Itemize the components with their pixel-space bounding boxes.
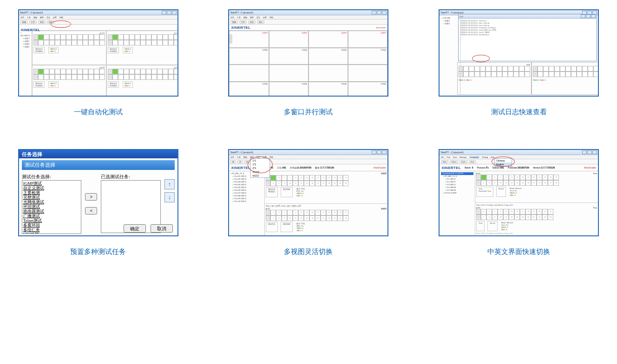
window-title: TeleATT - C:\product\1 [230, 11, 253, 14]
window-titlebar: TeleATT - C:\product\1 [229, 10, 387, 15]
thumb-auto-test: TeleATT - C:\product\1 文件工具视图管理语言设置帮助 新建… [18, 9, 178, 97]
mac-status: MacDisable [376, 26, 386, 29]
caption-1: 一键自动化测试 [74, 108, 123, 117]
right-list-label: 已选测试任务: [101, 174, 161, 180]
menubar[interactable]: File Tool View Manage Language Setting H… [440, 155, 598, 159]
menubar[interactable]: 文件工具视图管理语言设置帮助 [19, 15, 177, 20]
test-panel: 运行中 1 2 测试任务环回测试 PASS 0FAIL 0 [106, 65, 178, 97]
device-tree[interactable]: Connected 10.1.1.210 F2 F2_H01_T1_0 P.1 … [440, 171, 475, 235]
test-panel: 运行中 1 2 测试任务环回测试 PASS 0FAIL 0 [32, 31, 106, 65]
cancel-button[interactable]: 取消 [151, 224, 173, 233]
mac-status: MacDisable [374, 166, 386, 169]
thumb-task-select: 任务选择 测试任务选择 测试任务选择: IGMP测试自定义测试主要检测完整测试光… [18, 149, 178, 236]
brand-logo: XINERTEL [231, 166, 250, 170]
window-title: TeleATT - C:\product\1 [230, 151, 253, 154]
window-titlebar: TeleATT - C:\product\1 [229, 150, 387, 155]
dialog-titlebar: 任务选择 [19, 150, 177, 158]
window-title: TeleATT - C:\product\1 [440, 151, 464, 154]
device-tree[interactable]: F2_H01_T1_0 Port 01 10G S Port 02 10G S … [229, 171, 265, 235]
caption-2: 多窗口并行测试 [284, 108, 333, 117]
remove-button[interactable]: < [85, 207, 97, 214]
thumb-language-switch: TeleATT - C:\product\1 File Tool View Ma… [439, 149, 599, 236]
move-up-button[interactable]: ↑ [164, 179, 175, 189]
log-text: 2018-07-26 10:23:11 start test ...... 20… [459, 19, 597, 44]
log-dialog: 日志 2018-07-26 10:23:11 start test ......… [458, 14, 597, 61]
panel-tabs[interactable]: Start | Port | Config | Log | Monit | Co… [476, 204, 597, 206]
window-titlebar: TeleATT - C:\product\1 [440, 150, 598, 155]
available-tasks-list[interactable]: IGMP测试自定义测试主要检测完整测试光网络测试环回测试路由器测试广播测试Tel… [22, 180, 82, 234]
dialog-title: 任务选择 [22, 151, 42, 158]
caption-3: 测试日志快速查看 [491, 108, 547, 117]
caption-6: 中英文界面快速切换 [487, 247, 550, 256]
test-panel: 运行中 1 2 测试任务环回测试 PASS 0FAIL 0 [106, 31, 178, 65]
window-controls[interactable] [372, 11, 387, 14]
brand-logo: XINERTEL [441, 166, 461, 170]
add-button[interactable]: > [85, 193, 97, 201]
brand-logo: XINERTEL [229, 26, 250, 30]
brand-logo: XINERTEL [19, 28, 40, 32]
view-menu-dropdown[interactable]: 1*1 1*2 2*4 Switch to((1)) [250, 158, 270, 178]
feature-1: TeleATT - C:\product\1 文件工具视图管理语言设置帮助 新建… [14, 9, 183, 117]
move-down-button[interactable]: ↓ [164, 192, 175, 202]
toolbar[interactable]: 新建打开保存退出 [229, 20, 387, 25]
caption-5: 多视图灵活切换 [284, 247, 333, 256]
feature-grid: TeleATT - C:\product\1 文件工具视图管理语言设置帮助 新建… [5, 9, 612, 256]
toolbar[interactable]: 新建打开保存退出 [19, 20, 177, 25]
feature-2: TeleATT - C:\product\1 文件工具视图管理语言设置帮助 新建… [224, 9, 393, 117]
left-list-label: 测试任务选择: [22, 174, 82, 180]
ok-button[interactable]: 确定 [124, 224, 146, 233]
feature-4: 任务选择 测试任务选择 测试任务选择: IGMP测试自定义测试主要检测完整测试光… [14, 149, 183, 256]
caption-4: 预置多种测试任务 [70, 247, 126, 256]
menubar[interactable]: 文件工具视图管理语言设置帮助 [229, 15, 387, 20]
thumb-log-view: TeleATT - C:\product\1 日志 2018-07-26 10:… [439, 9, 599, 97]
feature-6: TeleATT - C:\product\1 File Tool View Ma… [434, 149, 603, 256]
device-tree[interactable]: 192.168.0.1 设备1 设备2 设备3 设备4 [19, 31, 32, 97]
panel-tabs[interactable]: 开始 | 端口 | 配置 | 日志 | 监控 | 复制 | 设置 [266, 205, 387, 207]
window-titlebar: TeleATT - C:\product\1 [19, 10, 177, 15]
dialog-subtitle: 测试任务选择 [22, 160, 175, 170]
thumb-multiwindow: TeleATT - C:\product\1 文件工具视图管理语言设置帮助 新建… [228, 9, 388, 97]
language-menu[interactable]: Language [469, 156, 479, 158]
window-controls[interactable] [582, 150, 597, 154]
feature-3: TeleATT - C:\product\1 日志 2018-07-26 10:… [434, 9, 603, 117]
feature-5: TeleATT - C:\product\1 文件工具视图管理语言设置帮助 1*… [224, 149, 393, 256]
window-controls[interactable] [372, 150, 387, 154]
language-dropdown[interactable]: Chinese English [494, 158, 512, 167]
toolbar[interactable]: New Open Save Exit [440, 159, 598, 164]
window-controls[interactable] [162, 11, 177, 14]
test-panel: 运行中 1 2 测试任务环回测试 PASS 0FAIL 0 [32, 65, 106, 97]
mac-status: MacDisable [584, 166, 596, 169]
thumb-view-switch: TeleATT - C:\product\1 文件工具视图管理语言设置帮助 1*… [228, 149, 388, 236]
window-title: TeleATT - C:\product\1 [20, 11, 43, 14]
